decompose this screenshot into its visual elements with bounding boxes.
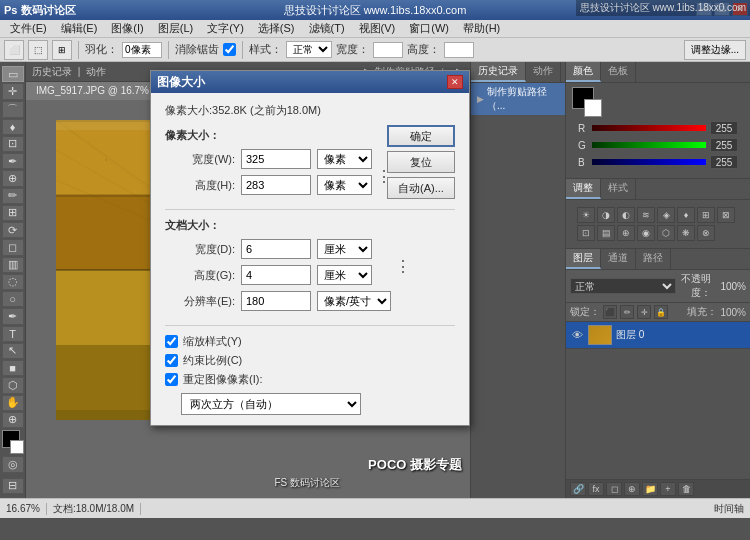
lock-all-btn[interactable]: 🔒 [654,305,668,319]
tool-dodge[interactable]: ○ [2,291,24,307]
background-swatch[interactable] [10,440,24,454]
menu-type[interactable]: 文字(Y) [201,20,250,37]
resample-label[interactable]: 重定图像像素(I): [183,372,262,387]
feather-input[interactable] [122,42,162,58]
tab-history[interactable]: 历史记录 [471,62,526,82]
tool-eyedropper[interactable]: ✒ [2,153,24,169]
resample-checkbox[interactable] [165,373,178,386]
tool-brush[interactable]: ✏ [2,188,24,204]
tool-eraser[interactable]: ◻ [2,239,24,255]
toolbar-icon-3[interactable]: ⊞ [52,40,72,60]
dialog-auto-button[interactable]: 自动(A)... [387,177,455,199]
adj-icon-10[interactable]: ⊕ [617,225,635,241]
menu-layer[interactable]: 图层(L) [152,20,199,37]
tool-heal[interactable]: ⊕ [2,170,24,186]
blend-mode-select[interactable]: 正常 [570,278,676,294]
dialog-reset-button[interactable]: 复位 [387,151,455,173]
doc-width-input[interactable] [241,239,311,259]
menu-view[interactable]: 视图(V) [353,20,402,37]
tool-type[interactable]: T [2,326,24,342]
r-track[interactable] [591,124,707,132]
layer-eye-0[interactable]: 👁 [570,328,584,342]
layer-group-btn[interactable]: 📁 [642,482,658,496]
adj-icon-4[interactable]: ◈ [657,207,675,223]
adj-icon-5[interactable]: ♦ [677,207,695,223]
screen-mode-btn[interactable]: ⊟ [2,478,24,494]
adj-icon-7[interactable]: ⊠ [717,207,735,223]
resolution-input[interactable] [241,291,311,311]
tool-shape[interactable]: ■ [2,360,24,376]
layer-item-0[interactable]: 👁 图层 0 [566,322,750,349]
b-track[interactable] [591,158,707,166]
lock-transparent-btn[interactable]: ⬛ [603,305,617,319]
tool-history-brush[interactable]: ⟳ [2,222,24,238]
adj-icon-12[interactable]: ⬡ [657,225,675,241]
tool-blur[interactable]: ◌ [2,274,24,290]
tool-clone[interactable]: ⊞ [2,205,24,221]
pixel-width-input[interactable] [241,149,311,169]
tab-layers[interactable]: 图层 [566,249,601,269]
layer-new-btn[interactable]: + [660,482,676,496]
history-item-current[interactable]: ▶ 制作剪贴路径（... [471,83,565,115]
scale-styles-label[interactable]: 缩放样式(Y) [183,334,242,349]
tab-paths[interactable]: 路径 [636,249,671,269]
g-track[interactable] [591,141,707,149]
pixel-height-input[interactable] [241,175,311,195]
menu-select[interactable]: 选择(S) [252,20,301,37]
tool-marquee[interactable]: ▭ [2,66,24,82]
doc-width-unit[interactable]: 厘米 [317,239,372,259]
toolbar-icon-1[interactable]: ⬜ [4,40,24,60]
close-button[interactable]: ✕ [732,2,748,16]
pixel-height-unit[interactable]: 像素 [317,175,372,195]
refine-edge-button[interactable]: 调整边缘... [684,40,746,60]
tab-color[interactable]: 颜色 [566,62,601,82]
resample-method-select[interactable]: 两次立方（自动） [181,393,361,415]
pixel-width-unit[interactable]: 像素 [317,149,372,169]
scale-styles-checkbox[interactable] [165,335,178,348]
tab-swatches[interactable]: 色板 [601,62,636,82]
adj-icon-13[interactable]: ❋ [677,225,695,241]
width-input[interactable] [373,42,403,58]
tool-gradient[interactable]: ▥ [2,257,24,273]
tool-pen[interactable]: ✒ [2,308,24,324]
r-value[interactable]: 255 [710,121,738,135]
maximize-button[interactable]: □ [714,2,730,16]
b-value[interactable]: 255 [710,155,738,169]
minimize-button[interactable]: — [696,2,712,16]
tool-wand[interactable]: ♦ [2,119,24,135]
resolution-unit[interactable]: 像素/英寸 [317,291,391,311]
menu-help[interactable]: 帮助(H) [457,20,506,37]
tool-zoom[interactable]: ⊕ [2,412,24,428]
style-select[interactable]: 正常 [286,41,332,58]
adj-icon-1[interactable]: ◑ [597,207,615,223]
doc-height-unit[interactable]: 厘米 [317,265,372,285]
constrain-label[interactable]: 约束比例(C) [183,353,242,368]
dialog-close-button[interactable]: ✕ [447,75,463,89]
adj-icon-2[interactable]: ◐ [617,207,635,223]
constrain-checkbox[interactable] [165,354,178,367]
height-input[interactable] [444,42,474,58]
g-value[interactable]: 255 [710,138,738,152]
doc-height-input[interactable] [241,265,311,285]
tab-styles[interactable]: 样式 [601,179,636,199]
tab-adjustments[interactable]: 调整 [566,179,601,199]
adj-icon-8[interactable]: ⊡ [577,225,595,241]
quick-mask-btn[interactable]: ◎ [2,456,24,472]
antialias-checkbox[interactable] [223,43,236,56]
tool-hand[interactable]: ✋ [2,395,24,411]
menu-window[interactable]: 窗口(W) [403,20,455,37]
lock-pixels-btn[interactable]: ✏ [620,305,634,319]
tool-path-select[interactable]: ↖ [2,343,24,359]
layer-link-btn[interactable]: 🔗 [570,482,586,496]
adj-icon-9[interactable]: ▤ [597,225,615,241]
tool-3d[interactable]: ⬡ [2,377,24,393]
tool-crop[interactable]: ⊡ [2,136,24,152]
menu-edit[interactable]: 编辑(E) [55,20,104,37]
tool-lasso[interactable]: ⌒ [2,101,24,118]
layer-fx-btn[interactable]: fx [588,482,604,496]
layer-mask-btn[interactable]: ◻ [606,482,622,496]
layer-adj-btn[interactable]: ⊕ [624,482,640,496]
tab-channels[interactable]: 通道 [601,249,636,269]
dialog-ok-button[interactable]: 确定 [387,125,455,147]
menu-filter[interactable]: 滤镜(T) [303,20,351,37]
